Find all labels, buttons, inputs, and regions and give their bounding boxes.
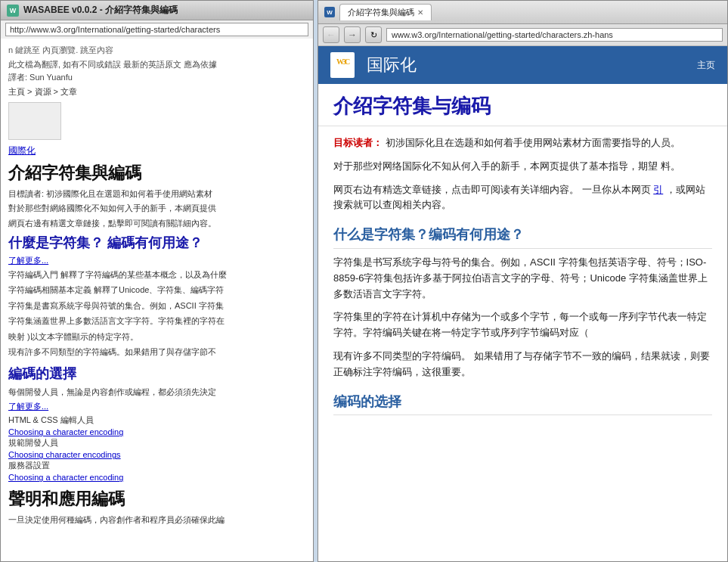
left-desc1: 對於那些對網絡國際化不知如何入手的新手，本網頁提供 — [8, 203, 305, 214]
left-learn-more-1[interactable]: 了解更多... — [8, 255, 305, 266]
w3c-page-header: 介绍字符集与编码 — [318, 84, 727, 126]
left-desc4: 一旦決定使用何種編碼，內容創作者和程序員必須確保此編 — [8, 514, 305, 526]
w3c-target-readers-para: 目标读者： 初涉国际化且在选题和如何着手使用网站素材方面需要指导的人员。 — [333, 135, 712, 151]
left-section3-title: 聲明和應用編碼 — [8, 488, 305, 511]
right-browser-window: W 介紹字符集與編碼 ✕ ← → ↻ www.w3.org/Internatio… — [318, 0, 728, 562]
back-button[interactable]: ← — [323, 26, 339, 43]
left-section2-title: 編碼的選擇 — [8, 365, 305, 383]
right-page-content: W3C 国际化 主页 介绍字符集与编码 目标读者： 初涉国际化且在选题和如何着手… — [318, 46, 727, 561]
left-role2: 規範開發人員 — [8, 437, 305, 449]
reload-button[interactable]: ↻ — [365, 26, 382, 43]
left-desc3: 每個開發人員，無論是內容創作或編程，都必須須先決定 — [8, 386, 305, 399]
right-address-bar[interactable]: www.w3.org/International/getting-started… — [386, 28, 723, 42]
left-role1: HTML & CSS 編輯人員 — [8, 415, 305, 426]
w3c-para2: 网页右边有精选文章链接，点击即可阅读有关详细内容。 一旦你从本网页 引 ，或网站… — [333, 182, 712, 214]
w3c-page-title: 介绍字符集与编码 — [333, 93, 712, 120]
left-body2: 字符編碼相關基本定義 解釋了Unicode、字符集、編碼字符 — [8, 284, 305, 297]
left-browser-window: W WASABEE v0.0.2 - 介紹字符集與編碼 http://www.w… — [0, 0, 314, 562]
w3c-section2-area: 编码的选择 — [333, 391, 712, 416]
forward-button[interactable]: → — [344, 26, 361, 43]
left-body1: 字符編碼入門 解釋了字符編碼的某些基本概念，以及為什麼 — [8, 269, 305, 281]
left-link2[interactable]: Choosing character encodings — [8, 450, 305, 459]
left-page-content: n 鍵跳至 內頁瀏覽. 跳至內容 此文檔為翻譯, 如有不同或錯誤 最新的英語原文… — [1, 39, 313, 561]
target-text: 初涉国际化且在选题和如何着手使用网站素材方面需要指导的人员。 — [386, 137, 680, 148]
w3c-nav-right[interactable]: 主页 — [697, 59, 715, 72]
left-title: WASABEE v0.0.2 - 介紹字符集與編碼 — [23, 4, 178, 17]
left-section1-title: 什麼是字符集？ 編碼有何用途？ — [8, 234, 305, 252]
w3c-header: W3C 国际化 主页 — [318, 46, 727, 84]
left-target-readers: 目標讀者: 初涉國際化且在選題和如何着手使用網站素材 — [8, 188, 305, 200]
left-translator: 譯者: Sun Yuanfu — [8, 72, 305, 83]
left-nav-shortcuts: n 鍵跳至 內頁瀏覽. 跳至內容 — [8, 45, 305, 56]
right-tab[interactable]: 介紹字符集與編碼 ✕ — [339, 4, 432, 20]
left-titlebar: W WASABEE v0.0.2 - 介紹字符集與編碼 — [1, 1, 313, 20]
right-tab-title: 介紹字符集與編碼 — [348, 7, 414, 18]
w3c-section1-body3: 现有许多不同类型的字符编码。 如果错用了与存储字节不一致的编码，结果就读，则要正… — [333, 349, 712, 380]
w3c-para2-link[interactable]: 引 — [653, 184, 663, 195]
left-body3: 字符集是書寫系統字母與符號的集合。例如，ASCII 字符集 — [8, 300, 305, 312]
left-body4: 字符集涵蓋世界上多數活語言文字字符。字符集裡的字符在 — [8, 315, 305, 328]
left-breadcrumb: 主頁 > 資源 > 文章 — [8, 86, 305, 98]
right-titlebar: W 介紹字符集與編碼 ✕ — [318, 1, 727, 24]
w3c-body: 目标读者： 初涉国际化且在选题和如何着手使用网站素材方面需要指导的人员。 对于那… — [318, 126, 727, 430]
left-link1[interactable]: Choosing a character encoding — [8, 427, 305, 436]
right-address-text: www.w3.org/International/getting-started… — [392, 30, 613, 39]
left-address-bar[interactable]: http://www.w3.org/International/getting-… — [5, 23, 308, 36]
w3c-section1-body2: 字符集里的字符在计算机中存储为一个或多个字节，每一个或每一序列字节代表一特定字符… — [333, 309, 712, 341]
left-translation-note: 此文檔為翻譯, 如有不同或錯誤 最新的英語原文 應為依據 — [8, 59, 305, 70]
w3c-para1: 对于那些对网络国际化不知从何入手的新手，本网页提供了基本指导，期望 料。 — [333, 159, 712, 175]
left-link3[interactable]: Choosing a character encoding — [8, 473, 305, 482]
w3c-section2-title: 编码的选择 — [333, 391, 712, 416]
left-intl-link[interactable]: 國際化 — [8, 144, 305, 157]
left-body6: 現有許多不同類型的字符編碼。如果錯用了與存儲字節不 — [8, 346, 305, 359]
wasabee-icon: W — [7, 5, 19, 17]
w3c-favicon: W — [324, 7, 335, 17]
target-label: 目标读者： — [333, 137, 383, 148]
w3c-section1-body1: 字符集是书写系统字母与符号的集合。例如，ASCII 字符集包括英语字母、符号；I… — [333, 255, 712, 302]
left-address-text: http://www.w3.org/International/getting-… — [10, 25, 220, 34]
right-toolbar: ← → ↻ www.w3.org/International/getting-s… — [318, 24, 727, 46]
left-image-placeholder — [8, 102, 61, 140]
w3c-section1-title: 什么是字符集？编码有何用途？ — [333, 224, 712, 249]
tab-close-button[interactable]: ✕ — [417, 8, 423, 17]
left-desc2: 網頁右邊有精選文章鏈接，點擊即可閱讀有關詳細內容。 — [8, 218, 305, 229]
left-body5: 映射 )以文本字體顯示的特定字符。 — [8, 331, 305, 343]
left-main-title: 介紹字符集與編碼 — [8, 163, 305, 183]
left-learn-more-2[interactable]: 了解更多... — [8, 401, 305, 412]
w3c-logo: W3C — [330, 52, 355, 78]
left-role3: 服務器設置 — [8, 460, 305, 471]
w3c-site-title: 国际化 — [367, 54, 417, 76]
